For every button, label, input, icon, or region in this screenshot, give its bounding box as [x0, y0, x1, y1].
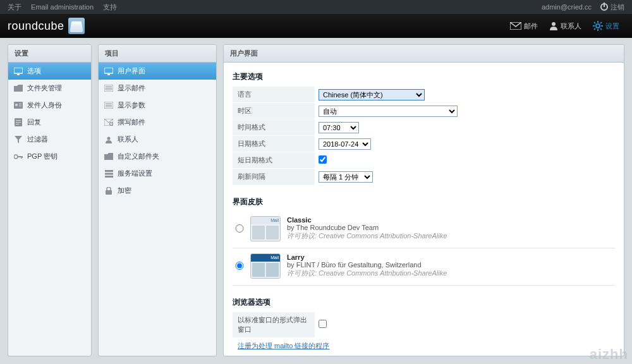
svg-rect-18 — [16, 120, 21, 121]
person-icon — [549, 21, 558, 30]
compose-icon — [104, 118, 114, 127]
pref-server[interactable]: 服务端设置 — [99, 165, 216, 182]
section-main-heading: 主要选项 — [233, 71, 615, 82]
skin-option-larry[interactable]: Mail Larry by FLINT / Büro für Gestaltun… — [233, 248, 615, 286]
label-shortdate: 短日期格式 — [233, 152, 315, 169]
server-icon — [104, 169, 114, 178]
svg-rect-24 — [22, 156, 23, 158]
svg-point-2 — [596, 24, 600, 28]
skin-name: Classic — [287, 216, 447, 224]
pref-params[interactable]: 显示参数 — [99, 97, 216, 114]
pref-contacts[interactable]: 联系人 — [99, 131, 216, 148]
svg-rect-40 — [105, 170, 113, 172]
content-title: 用户界面 — [224, 45, 624, 63]
svg-point-14 — [15, 104, 18, 106]
popup-checkbox[interactable] — [319, 320, 327, 328]
svg-point-21 — [14, 155, 18, 159]
svg-point-39 — [107, 136, 111, 140]
mail-badge: Mail — [270, 255, 279, 260]
current-user: admin@cried.cc — [542, 3, 592, 11]
svg-rect-20 — [16, 124, 19, 124]
svg-rect-11 — [14, 68, 23, 73]
pref-encryption[interactable]: 加密 — [99, 182, 216, 199]
nav-mail[interactable]: 邮件 — [505, 18, 543, 33]
timezone-select[interactable]: 自动 — [319, 106, 458, 117]
pref-mail-display[interactable]: 显示邮件 — [99, 80, 216, 97]
skin-radio-classic[interactable] — [235, 224, 244, 233]
section-folders[interactable]: 文件夹管理 — [8, 80, 91, 97]
label-dateformat: 日期格式 — [233, 136, 315, 152]
support-link[interactable]: 支持 — [103, 3, 117, 11]
content-panel: 用户界面 主要选项 语言Chinese (简体中文) 时区自动 时间格式07:3… — [223, 44, 624, 356]
svg-rect-25 — [104, 68, 113, 73]
label-refresh: 刷新间隔 — [233, 169, 315, 185]
gear-icon — [593, 21, 603, 31]
mail-badge: Mail — [270, 218, 279, 222]
folder-icon — [13, 84, 23, 93]
envelope-icon — [510, 22, 521, 30]
svg-rect-16 — [19, 106, 21, 106]
settings-sections-panel: 设置 选项 文件夹管理 发件人身份 回复 过滤器 PGP 密钥 — [8, 44, 92, 356]
pref-ui[interactable]: 用户界面 — [99, 63, 216, 80]
person-icon — [104, 135, 114, 144]
svg-point-1 — [552, 22, 556, 26]
dateformat-select[interactable]: 2018-07-24 — [319, 138, 371, 150]
nav-settings[interactable]: 设置 — [588, 18, 624, 33]
lock-icon — [104, 186, 114, 195]
section-identities[interactable]: 发件人身份 — [8, 97, 91, 114]
svg-rect-43 — [106, 190, 112, 195]
label-popup: 以标准窗口的形式弹出窗口 — [233, 312, 315, 337]
skin-author: by The Roundcube Dev Team — [287, 224, 447, 231]
email-admin-link[interactable]: Email administration — [31, 3, 94, 11]
list-icon — [104, 101, 114, 110]
note-icon — [13, 118, 23, 127]
section-filters[interactable]: 过滤器 — [8, 131, 91, 148]
power-icon — [600, 3, 608, 11]
svg-rect-41 — [105, 173, 113, 174]
folder-icon — [104, 152, 114, 161]
svg-line-10 — [600, 22, 602, 23]
svg-rect-23 — [21, 156, 22, 159]
skin-thumb-classic: Mail — [250, 216, 281, 241]
monitor-icon — [104, 67, 114, 76]
key-icon — [13, 152, 23, 161]
label-timeformat: 时间格式 — [233, 119, 315, 136]
skin-license: 许可协议: Creative Commons Attribution-Share… — [287, 269, 447, 278]
svg-line-8 — [600, 28, 602, 30]
svg-rect-38 — [110, 123, 112, 124]
section-pgp[interactable]: PGP 密钥 — [8, 148, 91, 165]
section-preferences[interactable]: 选项 — [8, 63, 91, 80]
about-link[interactable]: 关于 — [8, 3, 21, 11]
logo: roundcube — [8, 18, 85, 34]
pref-custom-folders[interactable]: 自定义邮件夹 — [99, 148, 216, 165]
language-select[interactable]: Chinese (简体中文) — [319, 89, 425, 100]
svg-rect-19 — [16, 122, 21, 123]
section-browser-heading: 浏览器选项 — [233, 297, 615, 308]
panel-title: 项目 — [99, 45, 216, 63]
skin-radio-larry[interactable] — [235, 262, 244, 270]
skin-author: by FLINT / Büro für Gestaltung, Switzerl… — [287, 261, 447, 269]
section-skin-heading: 界面皮肤 — [233, 197, 615, 207]
svg-rect-26 — [107, 74, 110, 75]
skin-thumb-larry: Mail — [250, 253, 281, 279]
list-icon — [104, 84, 114, 93]
svg-rect-22 — [18, 156, 23, 157]
watermark: aizhh — [590, 346, 628, 363]
svg-rect-12 — [17, 74, 20, 75]
preference-items-panel: 项目 用户界面 显示邮件 显示参数 撰写邮件 联系人 自定义邮件夹 服务端设置 … — [98, 44, 217, 356]
logout-link[interactable]: 注销 — [600, 3, 624, 12]
filter-icon — [13, 135, 23, 144]
skin-name: Larry — [287, 253, 447, 261]
monitor-icon — [13, 67, 23, 76]
nav-contacts[interactable]: 联系人 — [544, 18, 586, 33]
pref-compose[interactable]: 撰写邮件 — [99, 114, 216, 131]
id-icon — [13, 101, 23, 110]
label-language: 语言 — [233, 87, 315, 103]
timeformat-select[interactable]: 07:30 — [319, 122, 359, 133]
refresh-select[interactable]: 每隔 1 分钟 — [319, 171, 373, 183]
skin-option-classic[interactable]: Mail Classic by The Roundcube Dev Team 许… — [233, 211, 615, 248]
mailto-register-link[interactable]: 注册为处理 mailto 链接的程序 — [238, 342, 329, 349]
svg-rect-42 — [105, 176, 113, 178]
shortdate-checkbox[interactable] — [319, 155, 327, 164]
section-responses[interactable]: 回复 — [8, 114, 91, 131]
